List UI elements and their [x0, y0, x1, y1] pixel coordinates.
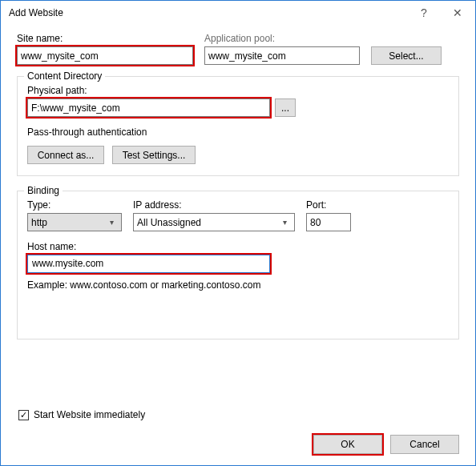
start-immediately-label: Start Website immediately	[34, 409, 145, 420]
browse-path-button[interactable]: ...	[275, 98, 296, 117]
titlebar: Add Website ? ✕	[1, 1, 475, 25]
ok-button[interactable]: OK	[313, 435, 382, 454]
port-label: Port:	[306, 199, 351, 211]
binding-group: Binding Type: http ▾ IP address: All Una…	[17, 191, 459, 339]
help-button[interactable]: ?	[408, 1, 440, 25]
ip-address-label: IP address:	[133, 199, 295, 211]
chevron-down-icon: ▾	[105, 218, 118, 227]
select-app-pool-button[interactable]: Select...	[371, 46, 442, 65]
app-pool-label: Application pool:	[204, 33, 360, 44]
dialog-body: Site name: Application pool: Select... C…	[1, 25, 475, 339]
host-example-text: Example: www.contoso.com or marketing.co…	[27, 279, 449, 291]
dialog-footer: OK Cancel	[313, 435, 459, 454]
pass-through-label: Pass-through authentication	[27, 127, 449, 138]
physical-path-label: Physical path:	[27, 85, 449, 96]
content-directory-group: Content Directory Physical path: ... Pas…	[17, 76, 459, 176]
host-name-label: Host name:	[27, 241, 449, 252]
close-button[interactable]: ✕	[440, 1, 475, 25]
app-pool-input	[204, 46, 360, 65]
site-name-input[interactable]	[17, 46, 193, 65]
ip-address-select[interactable]: All Unassigned ▾	[133, 213, 295, 231]
binding-legend: Binding	[24, 185, 63, 196]
start-immediately-checkbox[interactable]: ✓	[18, 410, 29, 420]
host-name-input[interactable]: www.mysite.com	[27, 255, 270, 273]
type-select[interactable]: http ▾	[27, 213, 122, 231]
physical-path-input[interactable]	[27, 98, 270, 117]
port-input[interactable]	[306, 213, 351, 231]
window-title: Add Website	[9, 7, 408, 18]
connect-as-button[interactable]: Connect as...	[27, 146, 104, 164]
chevron-down-icon: ▾	[278, 218, 291, 227]
checkmark-icon: ✓	[20, 411, 27, 420]
site-name-label: Site name:	[17, 33, 193, 44]
test-settings-button[interactable]: Test Settings...	[112, 146, 196, 164]
type-label: Type:	[27, 199, 122, 211]
start-immediately-row[interactable]: ✓ Start Website immediately	[18, 409, 145, 420]
add-website-dialog: Add Website ? ✕ Site name: Application p…	[0, 0, 476, 466]
content-directory-legend: Content Directory	[24, 70, 105, 82]
cancel-button[interactable]: Cancel	[390, 435, 459, 454]
